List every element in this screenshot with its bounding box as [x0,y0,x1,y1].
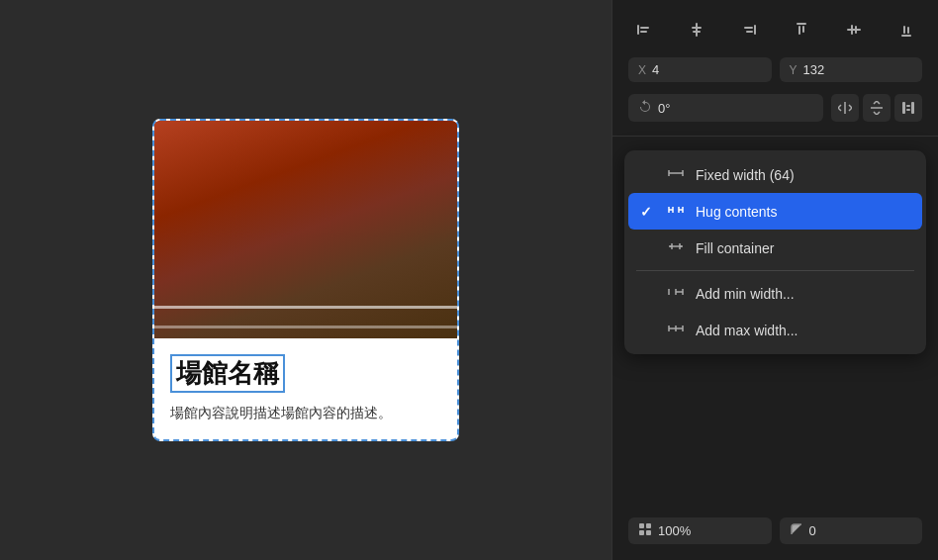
width-dropdown-menu: Fixed width (64) ✓ Hug contents Fill con… [624,150,926,354]
x-input-group[interactable]: X 4 [628,57,772,82]
y-value[interactable]: 132 [803,62,912,77]
svg-point-8 [240,276,268,296]
svg-rect-29 [802,26,804,33]
svg-line-3 [154,293,457,313]
svg-rect-0 [154,122,457,336]
align-bottom-icon[interactable] [891,16,922,44]
right-panel: X 4 Y 132 0° [611,0,938,560]
corner-input[interactable]: 0 [780,517,923,544]
svg-rect-23 [693,31,701,33]
svg-point-5 [265,157,355,262]
svg-rect-37 [911,102,914,114]
svg-rect-63 [639,530,644,535]
transform-row: 0° [612,90,938,130]
canvas-area: 場館名稱 場館內容說明描述場館內容的描述。 [0,0,611,560]
align-center-v-icon[interactable] [838,16,870,44]
align-right-icon[interactable] [733,16,765,44]
add-max-width-label: Add max width... [696,323,798,338]
corner-value[interactable]: 0 [809,523,816,538]
svg-point-13 [354,302,395,323]
zoom-value[interactable]: 100% [658,523,691,538]
card-content: 場館名稱 場館內容說明描述場館內容的描述。 [154,338,457,439]
rotation-input-group[interactable]: 0° [628,94,823,122]
zoom-input[interactable]: 100% [628,517,772,544]
menu-divider [636,270,914,271]
svg-rect-28 [798,26,800,35]
mirror-icon[interactable] [863,94,891,122]
svg-rect-33 [901,35,911,37]
svg-point-6 [324,150,366,201]
menu-item-add-max-width[interactable]: Add max width... [624,312,926,348]
hug-checkmark: ✓ [640,204,656,220]
svg-point-12 [206,294,250,317]
hug-contents-icon [666,202,686,221]
distribute-icon[interactable] [894,94,922,122]
svg-rect-16 [374,286,394,295]
svg-rect-64 [646,530,651,535]
svg-rect-30 [847,29,861,31]
menu-item-fill-container[interactable]: Fill container [624,230,926,266]
svg-rect-7 [230,215,269,292]
add-min-width-icon [666,284,686,303]
svg-rect-61 [639,523,644,528]
y-label: Y [790,63,797,77]
svg-rect-36 [902,102,905,114]
svg-rect-18 [637,25,639,35]
y-input-group[interactable]: Y 132 [780,57,923,82]
svg-rect-39 [906,109,910,111]
svg-rect-11 [306,233,353,320]
svg-rect-9 [218,220,299,289]
svg-rect-21 [696,23,698,37]
corner-radius-icon [790,522,803,539]
svg-rect-24 [754,25,756,35]
fill-container-label: Fill container [696,240,774,256]
grid-icon [638,522,652,539]
alignment-toolbar [612,12,938,53]
add-min-width-label: Add min width... [696,286,795,302]
fixed-width-icon [666,165,686,184]
svg-rect-32 [855,26,857,34]
xy-row: X 4 Y 132 [612,53,938,90]
bottom-row: 100% 0 [612,510,938,548]
menu-item-fixed-width[interactable]: Fixed width (64) [624,156,926,193]
svg-rect-19 [640,27,649,29]
svg-rect-35 [907,27,909,34]
align-top-icon[interactable] [786,16,817,44]
svg-rect-31 [851,25,853,35]
svg-rect-10 [233,168,288,239]
venue-title[interactable]: 場館名稱 [170,354,285,393]
svg-rect-15 [369,293,422,305]
svg-rect-27 [797,23,806,25]
svg-rect-17 [250,273,285,281]
menu-item-hug-contents[interactable]: ✓ Hug contents [628,193,922,230]
svg-line-4 [154,313,457,332]
divider-1 [612,136,938,137]
fixed-width-label: Fixed width (64) [696,167,795,183]
flip-icon[interactable] [831,94,859,122]
card-image [154,121,457,338]
rotation-value[interactable]: 0° [658,101,670,116]
rotation-icon [638,100,652,117]
svg-rect-26 [746,31,753,33]
svg-line-2 [154,268,457,288]
align-left-icon[interactable] [628,16,660,44]
card-component[interactable]: 場館名稱 場館內容說明描述場館內容的描述。 [152,119,459,441]
svg-rect-25 [744,27,753,29]
venue-description: 場館內容說明描述場館內容的描述。 [170,403,441,423]
fill-container-icon [666,238,686,257]
add-max-width-icon [666,321,686,339]
svg-rect-38 [906,105,910,107]
x-value[interactable]: 4 [652,62,761,77]
x-label: X [638,63,646,77]
athlete-illustration [154,121,457,338]
svg-rect-34 [903,26,905,34]
svg-rect-62 [646,523,651,528]
align-center-h-icon[interactable] [681,16,712,44]
svg-rect-20 [640,31,647,33]
hug-contents-label: Hug contents [696,204,778,220]
svg-rect-1 [154,122,457,336]
transform-icons [831,94,922,122]
svg-rect-22 [692,27,702,29]
svg-point-14 [215,294,234,306]
menu-item-add-min-width[interactable]: Add min width... [624,275,926,312]
